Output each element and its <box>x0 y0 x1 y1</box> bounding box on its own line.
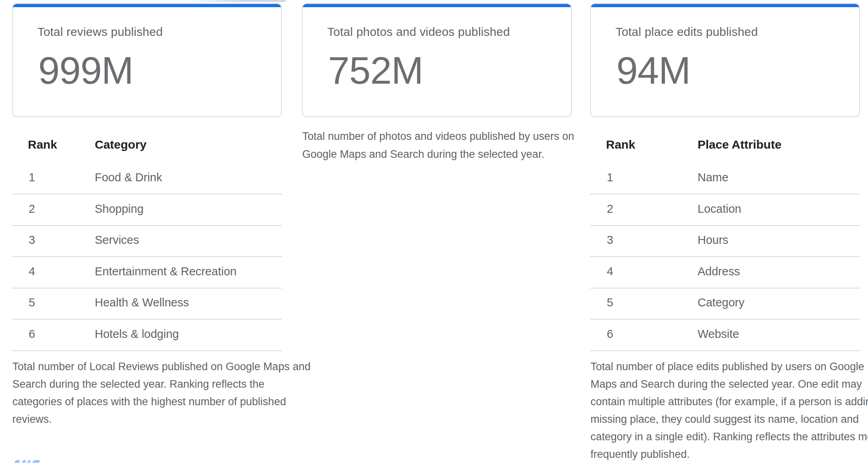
column-photos: Total photos and videos published 752M T… <box>302 0 572 463</box>
photos-description: Total number of photos and videos publis… <box>302 128 572 163</box>
table-row: 4 Entertainment & Recreation <box>12 257 282 288</box>
clipped-glyph <box>27 460 31 463</box>
category-column-header: Category <box>95 137 147 152</box>
reviews-stat-card: Total reviews published 999M <box>12 3 282 117</box>
table-row: 4 Address <box>590 257 860 288</box>
column-edits: Total place edits published 94M Rank Pla… <box>590 0 860 463</box>
rank-cell: 5 <box>29 288 35 317</box>
description-line: category in a single edit). Ranking refl… <box>590 428 860 445</box>
rank-cell: 2 <box>29 194 35 224</box>
rank-column-header: Rank <box>606 137 635 152</box>
table-row: 3 Services <box>12 225 282 257</box>
description-line: categories of places with the highest nu… <box>12 393 282 410</box>
table-row: 1 Food & Drink <box>12 163 282 194</box>
table-row: 6 Website <box>590 319 860 351</box>
rank-cell: 6 <box>607 319 613 349</box>
clipped-glyph <box>22 460 26 463</box>
description-line: Total number of place edits published by… <box>590 358 860 375</box>
table-row: 1 Name <box>590 163 860 194</box>
stats-dashboard-page: Total reviews published 999M Rank Catego… <box>0 0 868 463</box>
edits-stat-card: Total place edits published 94M <box>590 3 860 117</box>
rank-cell: 1 <box>29 163 35 192</box>
edits-card-title: Total place edits published <box>616 24 758 39</box>
description-line: missing place, they could suggest its na… <box>590 410 860 428</box>
category-cell: Services <box>95 225 139 255</box>
rank-cell: 3 <box>607 225 613 255</box>
place-attribute-cell: Hours <box>698 225 728 255</box>
category-cell: Hotels & lodging <box>95 319 179 349</box>
rank-cell: 2 <box>607 194 613 224</box>
rank-cell: 1 <box>607 163 613 192</box>
table-row: 2 Shopping <box>12 194 282 226</box>
card-accent-bar <box>590 3 860 7</box>
clipped-bottom-link[interactable] <box>14 460 45 463</box>
description-line: Total number of Local Reviews published … <box>12 358 282 375</box>
table-row: 6 Hotels & lodging <box>12 319 282 351</box>
edits-card-value: 94M <box>616 49 690 92</box>
rank-cell: 3 <box>29 225 35 255</box>
description-line: Search during the selected year. Ranking… <box>12 375 282 393</box>
rank-cell: 4 <box>607 257 613 286</box>
edits-description: Total number of place edits published by… <box>590 358 860 463</box>
reviews-description: Total number of Local Reviews published … <box>12 358 282 428</box>
description-line: Maps and Search during the selected year… <box>590 375 860 393</box>
description-line: Total number of photos and videos publis… <box>302 128 572 145</box>
table-row: 5 Category <box>590 288 860 320</box>
table-row: 5 Health & Wellness <box>12 288 282 320</box>
category-cell: Health & Wellness <box>95 288 189 317</box>
table-header-row: Rank Category <box>12 137 282 152</box>
photos-card-value: 752M <box>328 49 423 92</box>
category-cell: Entertainment & Recreation <box>95 257 237 286</box>
place-attribute-cell: Website <box>698 319 739 349</box>
rank-cell: 6 <box>29 319 35 349</box>
column-reviews: Total reviews published 999M Rank Catego… <box>12 0 282 463</box>
category-cell: Shopping <box>95 194 144 224</box>
rank-column-header: Rank <box>28 137 57 152</box>
clipped-glyph <box>14 460 20 463</box>
card-accent-bar <box>12 3 282 7</box>
description-line: Google Maps and Search during the select… <box>302 145 572 163</box>
card-accent-bar <box>302 3 572 7</box>
place-attribute-cell: Location <box>698 194 741 224</box>
place-attribute-cell: Address <box>698 257 740 286</box>
place-attribute-column-header: Place Attribute <box>698 137 782 152</box>
place-attribute-cell: Category <box>698 288 745 317</box>
table-header-row: Rank Place Attribute <box>590 137 860 152</box>
clipped-glyph <box>32 460 40 463</box>
table-row: 2 Location <box>590 194 860 226</box>
photos-stat-card: Total photos and videos published 752M <box>302 3 572 117</box>
rank-cell: 4 <box>29 257 35 286</box>
category-cell: Food & Drink <box>95 163 162 192</box>
description-line: contain multiple attributes (for example… <box>590 393 860 410</box>
rank-cell: 5 <box>607 288 613 317</box>
place-attribute-cell: Name <box>698 163 728 192</box>
description-line: reviews. <box>12 410 282 428</box>
table-row: 3 Hours <box>590 225 860 257</box>
reviews-card-value: 999M <box>38 49 133 92</box>
photos-card-title: Total photos and videos published <box>327 24 510 39</box>
reviews-card-title: Total reviews published <box>37 24 163 39</box>
description-line: frequently published. <box>590 445 860 463</box>
